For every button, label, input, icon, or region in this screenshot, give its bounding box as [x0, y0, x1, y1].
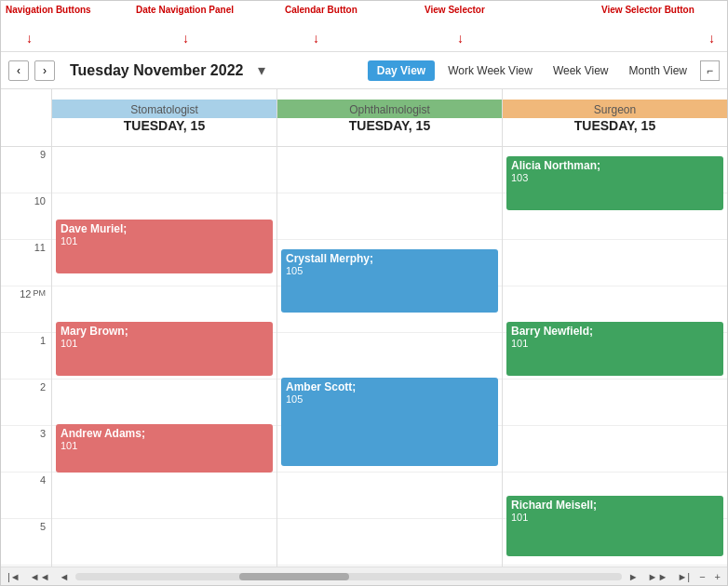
toolbar: ‹ › Tuesday November 2022 ▾ Day View Wor…: [1, 52, 727, 89]
work-week-view-button[interactable]: Work Week View: [440, 60, 540, 81]
annotation-bar: Navigation Buttons ↓ Date Navigation Pan…: [1, 1, 727, 52]
time-column: 9 10 11 12PM 1 2 3 4 5: [1, 89, 52, 566]
ophthalmologist-date: TUESDAY, 15: [349, 118, 430, 137]
time-slot-4: 4: [1, 473, 51, 519]
appt-andrew-sub: 101: [61, 440, 268, 451]
appt-mary-sub: 101: [61, 338, 268, 349]
arrow-view: ↓: [457, 31, 464, 46]
bottom-zoom-out-button[interactable]: −: [696, 570, 708, 583]
annotation-date-nav: Date Navigation Panel: [136, 5, 234, 15]
date-title: Tuesday November 2022: [70, 62, 243, 79]
oph-slot-10[interactable]: [277, 193, 502, 240]
arrow-nav: ↓: [26, 31, 33, 46]
appt-crystall-sub: 105: [286, 265, 493, 276]
time-slot-2: 2: [1, 380, 51, 426]
appt-alicia-sub: 103: [511, 172, 719, 183]
appt-mary-title: Mary Brown;: [61, 325, 268, 338]
appointment-mary-brown[interactable]: Mary Brown; 101: [56, 322, 273, 376]
arrow-view-btn: ↓: [708, 31, 715, 46]
day-view-button[interactable]: Day View: [368, 60, 435, 81]
appt-amber-title: Amber Scott;: [286, 380, 493, 393]
appt-richard-sub: 101: [511, 512, 719, 523]
bottom-last-button[interactable]: ►|: [674, 570, 693, 583]
time-slot-5: 5: [1, 519, 51, 566]
appt-alicia-title: Alicia Northman;: [511, 159, 719, 172]
appointment-amber-scott[interactable]: Amber Scott; 105: [281, 378, 498, 466]
appointment-alicia-northman[interactable]: Alicia Northman; 103: [506, 156, 723, 210]
prev-button[interactable]: ‹: [8, 60, 29, 81]
bottom-navigation-bar: |◄ ◄◄ ◄ ► ►► ►| − +: [1, 566, 727, 585]
oph-slot-1[interactable]: [277, 333, 502, 380]
stom-slot-4[interactable]: [52, 473, 276, 519]
oph-slot-9[interactable]: [277, 147, 502, 193]
appointment-andrew-adams[interactable]: Andrew Adams; 101: [56, 424, 273, 473]
bottom-zoom-in-button[interactable]: +: [712, 570, 723, 583]
next-button[interactable]: ›: [34, 60, 55, 81]
stom-slot-5[interactable]: [52, 519, 276, 566]
surgeon-column: Alicia Northman; 103 Barry Newfield; 101…: [503, 147, 727, 566]
bottom-scrollbar-thumb[interactable]: [239, 573, 348, 580]
oph-slot-5[interactable]: [277, 519, 502, 566]
annotation-view-sel: View Selector: [425, 5, 485, 15]
appt-dave-title: Dave Muriel;: [61, 222, 268, 235]
time-slot-11: 11: [1, 240, 51, 286]
appt-dave-sub: 101: [61, 235, 268, 246]
appt-amber-sub: 105: [286, 393, 493, 405]
ophthalmologist-column: Crystall Merphy; 105 Amber Scott; 105: [277, 147, 503, 566]
time-slot-9: 9: [1, 147, 51, 193]
annotation-nav-buttons: Navigation Buttons: [6, 5, 91, 15]
bottom-first-button[interactable]: |◄: [5, 570, 23, 583]
appt-barry-sub: 101: [511, 338, 719, 349]
week-view-button[interactable]: Week View: [546, 60, 616, 81]
bottom-next-button[interactable]: ►►: [645, 570, 671, 583]
ophthalmologist-name: Ophthalmologist: [277, 100, 502, 118]
appointment-barry-newfield[interactable]: Barry Newfield; 101: [506, 322, 723, 376]
bottom-prev-single-button[interactable]: ◄: [57, 570, 73, 583]
time-slot-1: 1: [1, 333, 51, 380]
stom-slot-2[interactable]: [52, 380, 276, 426]
stom-slot-9[interactable]: [52, 147, 276, 193]
stomatologist-name: Stomatologist: [52, 100, 276, 118]
appt-andrew-title: Andrew Adams;: [61, 427, 268, 440]
annotation-view-sel-btn: View Selector Button: [601, 5, 694, 15]
surgeon-date: TUESDAY, 15: [574, 118, 655, 137]
time-slot-3: 3: [1, 426, 51, 473]
surg-slot-2[interactable]: [503, 380, 727, 426]
surg-slot-11[interactable]: [503, 240, 727, 286]
arrow-cal: ↓: [313, 31, 319, 46]
columns-body[interactable]: Dave Muriel; 101 Mary Brown; 101 Andrew …: [52, 147, 727, 566]
ophthalmologist-header: Ophthalmologist TUESDAY, 15: [277, 89, 503, 146]
time-slot-12: 12PM: [1, 286, 51, 333]
appointment-dave-muriel[interactable]: Dave Muriel; 101: [56, 220, 273, 273]
calendar-app: Navigation Buttons ↓ Date Navigation Pan…: [0, 0, 728, 586]
oph-slot-4[interactable]: [277, 473, 502, 519]
appt-crystall-title: Crystall Merphy;: [286, 252, 493, 265]
appt-richard-title: Richard Meisell;: [511, 499, 719, 512]
view-selector-extra-button[interactable]: ⌐: [700, 60, 720, 81]
appointment-crystall-merphy[interactable]: Crystall Merphy; 105: [281, 249, 498, 313]
time-slot-10: 10: [1, 193, 51, 240]
arrow-date: ↓: [182, 31, 189, 46]
stomatologist-header: Stomatologist TUESDAY, 15: [52, 89, 277, 146]
month-view-button[interactable]: Month View: [622, 60, 694, 81]
columns-area: Stomatologist TUESDAY, 15 Ophthalmologis…: [52, 89, 727, 566]
stomatologist-date: TUESDAY, 15: [124, 118, 205, 137]
surgeon-name: Surgeon: [503, 100, 727, 118]
annotation-cal-btn: Calendar Button: [285, 5, 357, 15]
surgeon-header: Surgeon TUESDAY, 15: [503, 89, 727, 146]
columns-header: Stomatologist TUESDAY, 15 Ophthalmologis…: [52, 89, 727, 147]
calendar-area: 9 10 11 12PM 1 2 3 4 5 Stomatologist TUE…: [1, 89, 727, 566]
time-header-spacer: [1, 89, 51, 147]
bottom-next-single-button[interactable]: ►: [626, 570, 641, 583]
bottom-prev-button[interactable]: ◄◄: [27, 570, 53, 583]
appt-barry-title: Barry Newfield;: [511, 325, 719, 338]
bottom-scrollbar-track[interactable]: [75, 573, 621, 580]
stomatologist-column: Dave Muriel; 101 Mary Brown; 101 Andrew …: [52, 147, 277, 566]
surg-slot-3[interactable]: [503, 426, 727, 473]
calendar-dropdown-button[interactable]: ▾: [258, 61, 265, 79]
appointment-richard-meisell[interactable]: Richard Meisell; 101: [506, 496, 723, 556]
